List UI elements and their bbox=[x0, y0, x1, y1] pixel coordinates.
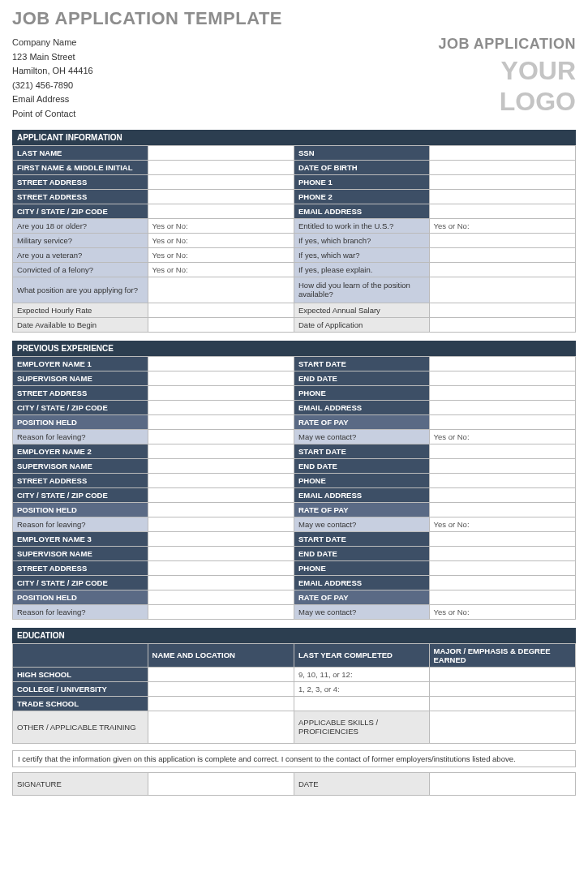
input-position[interactable] bbox=[148, 277, 294, 303]
input-contact-2[interactable]: Yes or No: bbox=[429, 517, 575, 531]
input-felony[interactable]: Yes or No: bbox=[148, 262, 294, 277]
input-signature[interactable] bbox=[148, 772, 294, 795]
input-email-e2[interactable] bbox=[429, 487, 575, 502]
label-entitled-work: Entitled to work in the U.S.? bbox=[294, 218, 429, 233]
education-table: NAME AND LOCATION LAST YEAR COMPLETED MA… bbox=[12, 643, 576, 744]
input-start-3[interactable] bbox=[429, 531, 575, 546]
input-email-e1[interactable] bbox=[429, 400, 575, 414]
input-hs-name[interactable] bbox=[148, 667, 294, 681]
label-reason-1: Reason for leaving? bbox=[13, 429, 148, 444]
input-rate-3[interactable] bbox=[429, 590, 575, 604]
input-phone-1[interactable] bbox=[429, 174, 575, 189]
label-branch: If yes, which branch? bbox=[294, 233, 429, 247]
input-start-1[interactable] bbox=[429, 356, 575, 371]
input-hs-major[interactable] bbox=[429, 667, 575, 681]
input-trade-major[interactable] bbox=[429, 696, 575, 711]
label-contact-1: May we contact? bbox=[294, 429, 429, 444]
input-military[interactable]: Yes or No: bbox=[148, 233, 294, 247]
input-reason-3[interactable] bbox=[148, 604, 294, 619]
input-rate-1[interactable] bbox=[429, 414, 575, 429]
input-dob[interactable] bbox=[429, 160, 575, 174]
label-trade: TRADE SCHOOL bbox=[13, 696, 148, 711]
input-first-mi[interactable] bbox=[148, 160, 294, 174]
input-street-2[interactable] bbox=[148, 189, 294, 204]
input-18-or-older[interactable]: Yes or No: bbox=[148, 218, 294, 233]
input-veteran[interactable]: Yes or No: bbox=[148, 247, 294, 262]
input-pos-2[interactable] bbox=[148, 502, 294, 517]
label-veteran: Are you a veteran? bbox=[13, 247, 148, 262]
input-branch[interactable] bbox=[429, 233, 575, 247]
input-appdate[interactable] bbox=[429, 317, 575, 332]
input-rate-2[interactable] bbox=[429, 502, 575, 517]
label-email-e2: EMAIL ADDRESS bbox=[294, 487, 429, 502]
label-salary: Expected Annual Salary bbox=[294, 303, 429, 317]
label-emp2: EMPLOYER NAME 2 bbox=[13, 444, 148, 458]
label-ssn: SSN bbox=[294, 145, 429, 160]
input-phone-e2[interactable] bbox=[429, 473, 575, 487]
label-avail: Date Available to Begin bbox=[13, 317, 148, 332]
input-pos-3[interactable] bbox=[148, 590, 294, 604]
input-trade-year[interactable] bbox=[294, 696, 429, 711]
input-sig-date[interactable] bbox=[429, 772, 575, 795]
input-csz-e3[interactable] bbox=[148, 575, 294, 590]
input-csz[interactable] bbox=[148, 204, 294, 218]
input-phone-e1[interactable] bbox=[429, 385, 575, 400]
input-pos-1[interactable] bbox=[148, 414, 294, 429]
label-pos-2: POSITION HELD bbox=[13, 502, 148, 517]
input-csz-e2[interactable] bbox=[148, 487, 294, 502]
input-hourly[interactable] bbox=[148, 303, 294, 317]
input-skills[interactable] bbox=[429, 711, 575, 743]
input-phone-2[interactable] bbox=[429, 189, 575, 204]
input-reason-1[interactable] bbox=[148, 429, 294, 444]
input-salary[interactable] bbox=[429, 303, 575, 317]
input-learn[interactable] bbox=[429, 277, 575, 303]
experience-table: EMPLOYER NAME 1START DATE SUPERVISOR NAM… bbox=[12, 356, 576, 620]
input-emp3[interactable] bbox=[148, 531, 294, 546]
label-phone-e3: PHONE bbox=[294, 560, 429, 575]
input-last-name[interactable] bbox=[148, 145, 294, 160]
label-rate-1: RATE OF PAY bbox=[294, 414, 429, 429]
input-emp1[interactable] bbox=[148, 356, 294, 371]
label-skills: APPLICABLE SKILLS / PROFICIENCIES bbox=[294, 711, 429, 743]
input-email-e3[interactable] bbox=[429, 575, 575, 590]
input-sup-3[interactable] bbox=[148, 546, 294, 560]
input-avail[interactable] bbox=[148, 317, 294, 332]
certification-text: I certify that the information given on … bbox=[12, 750, 576, 767]
input-entitled-work[interactable]: Yes or No: bbox=[429, 218, 575, 233]
input-street-e2[interactable] bbox=[148, 473, 294, 487]
input-end-2[interactable] bbox=[429, 458, 575, 473]
input-college-name[interactable] bbox=[148, 681, 294, 696]
input-college-year[interactable]: 1, 2, 3, or 4: bbox=[294, 681, 429, 696]
input-street-1[interactable] bbox=[148, 174, 294, 189]
input-start-2[interactable] bbox=[429, 444, 575, 458]
input-contact-1[interactable]: Yes or No: bbox=[429, 429, 575, 444]
input-phone-e3[interactable] bbox=[429, 560, 575, 575]
input-sup-2[interactable] bbox=[148, 458, 294, 473]
label-email-e1: EMAIL ADDRESS bbox=[294, 400, 429, 414]
label-first-mi: FIRST NAME & MIDDLE INITIAL bbox=[13, 160, 148, 174]
label-dob: DATE OF BIRTH bbox=[294, 160, 429, 174]
input-contact-3[interactable]: Yes or No: bbox=[429, 604, 575, 619]
input-reason-2[interactable] bbox=[148, 517, 294, 531]
input-csz-e1[interactable] bbox=[148, 400, 294, 414]
input-trade-name[interactable] bbox=[148, 696, 294, 711]
input-college-major[interactable] bbox=[429, 681, 575, 696]
edu-blank-header bbox=[13, 643, 148, 667]
label-contact-3: May we contact? bbox=[294, 604, 429, 619]
label-start-2: START DATE bbox=[294, 444, 429, 458]
input-street-e3[interactable] bbox=[148, 560, 294, 575]
input-emp2[interactable] bbox=[148, 444, 294, 458]
input-sup-1[interactable] bbox=[148, 371, 294, 385]
input-end-3[interactable] bbox=[429, 546, 575, 560]
input-street-e1[interactable] bbox=[148, 385, 294, 400]
input-ssn[interactable] bbox=[429, 145, 575, 160]
input-explain[interactable] bbox=[429, 262, 575, 277]
input-other-training[interactable] bbox=[148, 711, 294, 743]
input-end-1[interactable] bbox=[429, 371, 575, 385]
input-email[interactable] bbox=[429, 204, 575, 218]
label-sup-2: SUPERVISOR NAME bbox=[13, 458, 148, 473]
label-last-name: LAST NAME bbox=[13, 145, 148, 160]
label-rate-2: RATE OF PAY bbox=[294, 502, 429, 517]
input-hs-year[interactable]: 9, 10, 11, or 12: bbox=[294, 667, 429, 681]
input-war[interactable] bbox=[429, 247, 575, 262]
